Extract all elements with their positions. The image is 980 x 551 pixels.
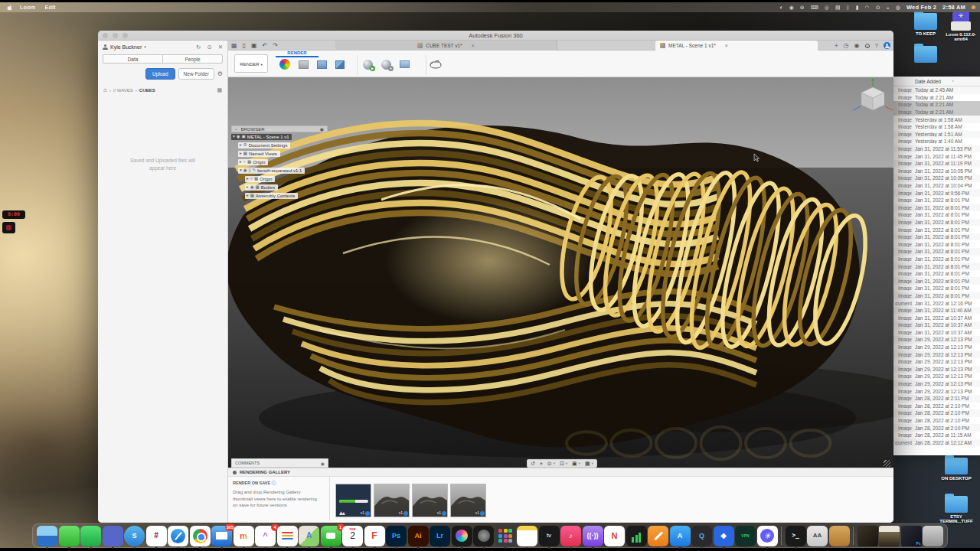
finder-row[interactable]: ImageJan 31, 2022 at 10:05 PM — [893, 174, 980, 182]
finder-row[interactable]: ImageJan 29, 2022 at 12:13 PM — [893, 358, 980, 366]
render-viewport[interactable]: − BROWSER ◉ ▾◉▣METAL - Scene 1 v1▸⚙Docum… — [228, 77, 893, 468]
finder-row[interactable]: ImageJan 28, 2022 at 11:15 AM — [893, 432, 980, 439]
finder-row[interactable]: ImageJan 31, 2022 at 8:01 PM — [893, 270, 980, 278]
finder-row[interactable]: ImageJan 29, 2022 at 12:13 PM — [893, 344, 980, 351]
browser-item-assembly-contexts[interactable]: ▸▦Assembly Contexts — [231, 192, 328, 200]
dock-clickup-icon[interactable]: ^4 — [255, 526, 276, 546]
intercom-icon[interactable]: ◒ — [887, 5, 890, 10]
dock-minwin3-icon[interactable]: Ps — [901, 526, 922, 546]
dock-appstore-icon[interactable]: A — [670, 526, 691, 546]
dock-chrome-icon[interactable] — [190, 526, 211, 546]
finder-row[interactable]: ImageJan 31, 2022 at 11:19 PM — [893, 160, 980, 168]
help-icon[interactable]: ? — [875, 42, 878, 49]
finder-row[interactable]: DocumentJan 28, 2022 at 12:12 AM — [893, 439, 980, 447]
redo-icon[interactable]: ↷ — [273, 42, 278, 49]
desktop-file-loom-installer[interactable]: ✳ Loom 0.112.0-arm64 — [940, 11, 980, 41]
dock-slack-icon[interactable]: # — [146, 526, 167, 546]
finder-row[interactable]: ImageJan 28, 2022 at 2:10 PM — [893, 424, 980, 432]
finder-row[interactable]: ImageJan 31, 2022 at 8:01 PM — [893, 233, 980, 241]
finder-row[interactable]: ImageJan 31, 2022 at 8:01 PM — [893, 285, 980, 292]
dock-fantastical-icon[interactable]: F — [364, 526, 385, 546]
dock-appletv-icon[interactable]: tv — [539, 526, 560, 546]
finder-row[interactable]: ImageJan 29, 2022 at 12:13 PM — [893, 350, 980, 358]
dock-pen-icon[interactable] — [648, 526, 668, 546]
job-status-icon[interactable]: ◉ — [854, 42, 860, 49]
stop-recording-button[interactable] — [2, 222, 15, 233]
search-icon[interactable]: ⊙ — [207, 44, 211, 51]
dock-vpn-icon[interactable]: VPN — [735, 526, 756, 546]
grid-icon[interactable]: ▦ — [231, 42, 237, 49]
browser-options-icon[interactable]: ◉ — [320, 126, 324, 132]
view-mode-icon[interactable]: ▦ — [217, 87, 222, 93]
account-avatar[interactable] — [884, 42, 890, 49]
desktop-folder-etsy[interactable]: ETSY TERMIN...TUFF — [936, 496, 977, 523]
orbit-icon[interactable]: ↺ — [531, 461, 535, 467]
finder-row[interactable]: ImageJan 31, 2022 at 8:01 PM — [893, 226, 980, 233]
finder-row[interactable]: ImageJan 31, 2022 at 10:37 AM — [893, 314, 980, 321]
new-folder-button[interactable]: New Folder — [178, 68, 214, 80]
finder-row[interactable]: ImageJan 31, 2022 at 11:53 PM — [893, 145, 980, 153]
dock-minwin2-icon[interactable] — [879, 526, 900, 546]
texture-icon[interactable] — [332, 57, 348, 71]
gallery-thumbnail-1[interactable]: v1 — [335, 484, 371, 517]
browser-item-named-views[interactable]: ▸▦Named Views — [231, 150, 328, 158]
finder-row[interactable]: ImageJan 31, 2022 at 11:45 PM — [893, 152, 980, 160]
render-teapot-icon[interactable] — [429, 57, 444, 71]
finder-row[interactable]: ImageYesterday at 1:58 AM — [893, 123, 980, 131]
dock-minwin1-icon[interactable] — [858, 526, 878, 546]
capture-image-icon[interactable] — [397, 57, 412, 71]
display-icon[interactable]: ▤ — [835, 5, 841, 10]
doc-tab-metal-scene[interactable]: METAL - Scene 1 v1* × — [655, 41, 818, 51]
tab-people[interactable]: People — [162, 54, 223, 64]
window-title-bar[interactable]: Autodesk Fusion 360 — [98, 31, 893, 41]
bluetooth-icon[interactable]: ᛒ — [847, 5, 850, 10]
dock-calendar-icon[interactable]: FEB2 — [342, 526, 363, 546]
dock-finalcut-icon[interactable] — [452, 526, 472, 546]
dock-fontbook-icon[interactable]: AA — [807, 526, 828, 546]
finder-row[interactable]: ImageJan 29, 2022 at 12:13 PM — [893, 380, 980, 388]
finder-row[interactable]: ImageJan 29, 2022 at 12:13 PM — [893, 336, 980, 344]
info-icon[interactable]: ⓘ — [272, 481, 276, 485]
new-doc-icon[interactable]: ▯ — [243, 42, 246, 49]
browser-item-metal-scene-1-v1[interactable]: ▾◉▣METAL - Scene 1 v1 — [231, 133, 328, 141]
apple-logo-icon[interactable] — [6, 4, 12, 11]
gallery-thumbnail-4[interactable]: v1 — [450, 484, 486, 517]
dock-trash-icon[interactable] — [923, 526, 943, 546]
zoom-icon[interactable]: ⊙ — [547, 461, 552, 467]
user-menu[interactable]: Kyle Buckner ▾ ↻ ⊙ ✕ — [98, 41, 227, 53]
finder-row[interactable]: ImageJan 28, 2022 at 2:10 PM — [893, 403, 980, 410]
breadcrumb-project[interactable]: // WAVES — [113, 88, 133, 93]
dock-maps-icon[interactable]: A — [299, 526, 319, 546]
menu-edit[interactable]: Edit — [44, 4, 55, 11]
finder-row[interactable]: ImageJan 31, 2022 at 11:40 AM — [893, 307, 980, 315]
finder-row[interactable]: ImageJan 28, 2022 at 2:10 PM — [893, 409, 980, 417]
browser-header[interactable]: − BROWSER ◉ — [231, 126, 328, 132]
in-canvas-render-settings-icon[interactable]: ▾ — [378, 57, 394, 71]
workspace-menu-button[interactable]: RENDER ▾ — [234, 54, 268, 73]
browser-item-origin[interactable]: ▸○▦Origin — [231, 158, 328, 166]
finder-row[interactable]: ImageJan 31, 2022 at 8:01 PM — [893, 292, 980, 300]
dock-launchpad-icon[interactable] — [495, 526, 516, 546]
environment-icon[interactable] — [296, 57, 311, 71]
decal-icon[interactable] — [314, 57, 329, 71]
search-icon[interactable]: ⊙ — [876, 5, 880, 10]
finder-row[interactable]: ImageYesterday at 1:58 AM — [893, 116, 980, 123]
gear-icon[interactable]: ⚙ — [217, 70, 223, 77]
fit-icon[interactable]: ⊡ — [560, 461, 564, 467]
finder-row[interactable]: ImageToday at 2:45 AM — [893, 86, 980, 94]
render-canvas[interactable] — [228, 77, 893, 468]
finder-row[interactable]: ImageJan 28, 2022 at 2:11 PM — [893, 395, 980, 403]
finder-row[interactable]: ImageYesterday at 1:51 AM — [893, 131, 980, 139]
dock-photoshop-icon[interactable]: Ps — [386, 526, 407, 546]
grid-settings-icon[interactable]: ▦ — [585, 461, 590, 467]
wifi-icon[interactable]: ◠ — [865, 5, 870, 10]
battery-icon[interactable]: ▮ — [856, 5, 859, 10]
finder-row[interactable]: ImageJan 31, 2022 at 10:05 PM — [893, 168, 980, 175]
doc-tab-cube-test[interactable]: CUBE TEST v1* × — [335, 41, 557, 51]
dock-reminders-icon[interactable] — [277, 526, 298, 546]
camera-icon[interactable]: ◉ — [789, 5, 794, 10]
dock-loom-icon[interactable]: ✳ — [757, 526, 778, 546]
window-resize-grip[interactable] — [884, 460, 890, 467]
finder-row[interactable]: ImageJan 31, 2022 at 8:01 PM — [893, 240, 980, 248]
save-icon[interactable]: ▣ — [251, 42, 257, 49]
